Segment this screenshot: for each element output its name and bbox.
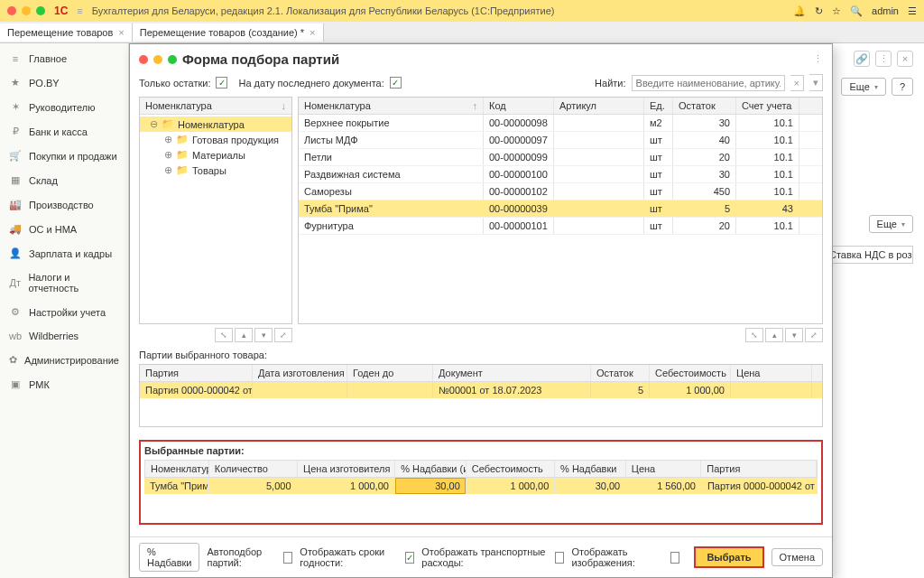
sidebar-item-7[interactable]: 🚚ОС и НМА xyxy=(0,217,128,241)
col-header[interactable]: Цена xyxy=(626,461,702,477)
expand-icon[interactable]: ⊕ xyxy=(163,149,172,161)
expand-icon[interactable]: ⊕ xyxy=(163,164,172,176)
grid-row[interactable]: Фурнитура00-00000101шт2010.1 xyxy=(299,218,822,235)
close-icon[interactable]: × xyxy=(310,27,315,38)
col-header[interactable]: Себестоимость xyxy=(650,365,731,381)
col-header[interactable]: % Надбавки xyxy=(555,461,626,477)
col-header[interactable]: Номенклатура xyxy=(145,461,209,477)
grid-row[interactable]: Тумба "Прима"00-00000039шт543 xyxy=(299,200,822,218)
modal-menu-icon[interactable]: ⋮ xyxy=(813,53,823,65)
sidebar-item-3[interactable]: ₽Банк и касса xyxy=(0,119,128,144)
col-header[interactable]: Остаток xyxy=(591,365,650,381)
col-header[interactable]: Количество xyxy=(209,461,298,477)
doc-date-checkbox[interactable] xyxy=(390,77,402,89)
sidebar-item-10[interactable]: ⚙Настройки учета xyxy=(0,300,128,324)
sidebar-item-2[interactable]: ✶Руководителю xyxy=(0,95,128,119)
expand-icon[interactable]: ⊕ xyxy=(163,134,172,145)
col-header[interactable]: Дата изготовления xyxy=(253,365,347,381)
col-header[interactable]: Себестоимость xyxy=(467,461,555,477)
sort-icon[interactable]: ↓ xyxy=(282,100,287,111)
sidebar-item-1[interactable]: ★PO.BY xyxy=(0,70,128,95)
col-header[interactable]: % Надбавки (изг.) xyxy=(395,461,467,477)
select-button[interactable]: Выбрать xyxy=(694,546,763,568)
col-header[interactable]: Номенклатура ↑ xyxy=(299,98,484,114)
more-button[interactable]: Еще xyxy=(841,78,885,96)
sidebar-item-13[interactable]: ▣РМК xyxy=(0,372,128,396)
grid-row[interactable]: Раздвижная система00-00000100шт3010.1 xyxy=(299,166,822,183)
selected-row[interactable]: Тумба "Прима"5,0001 000,0030,001 000,003… xyxy=(144,478,818,494)
trans-checkbox[interactable] xyxy=(555,552,564,564)
window-minimize[interactable] xyxy=(22,6,31,15)
col-header[interactable]: Цена изготовителя xyxy=(298,461,395,477)
nav-expand[interactable]: ⤢ xyxy=(805,328,823,342)
close-icon[interactable]: × xyxy=(118,27,124,38)
sidebar-icon: Дт xyxy=(9,277,21,288)
modal-close[interactable] xyxy=(139,55,148,64)
tree-node[interactable]: ⊕📁Материалы xyxy=(140,147,291,163)
col-header[interactable]: Документ xyxy=(433,365,591,381)
menu-icon[interactable]: ≡ xyxy=(77,5,82,16)
exp-checkbox[interactable] xyxy=(405,552,414,564)
auto-checkbox[interactable] xyxy=(283,552,292,564)
history-icon[interactable]: ↻ xyxy=(815,5,823,17)
nav-up[interactable]: ▴ xyxy=(235,328,253,342)
expand-icon[interactable]: ⊖ xyxy=(149,118,158,130)
nav-collapse[interactable]: ⤡ xyxy=(745,328,763,342)
col-header[interactable]: Цена xyxy=(731,365,812,381)
grid-row[interactable]: Листы МДФ00-00000097шт4010.1 xyxy=(299,132,822,149)
link-icon[interactable]: 🔗 xyxy=(854,51,870,67)
more-icon[interactable]: ⋮ xyxy=(875,51,892,67)
selected-grid: НоменклатураКоличествоЦена изготовителя%… xyxy=(144,460,818,523)
star-icon[interactable]: ☆ xyxy=(832,5,841,17)
tab-0[interactable]: Перемещение товаров× xyxy=(0,23,133,42)
window-close[interactable] xyxy=(7,6,16,15)
nav-expand[interactable]: ⤢ xyxy=(274,328,292,342)
tab-1[interactable]: Перемещение товаров (создание) *× xyxy=(133,23,324,42)
close-icon[interactable]: × xyxy=(897,51,913,67)
sidebar-icon: ₽ xyxy=(9,126,22,137)
sidebar-item-12[interactable]: ✿Администрирование xyxy=(0,348,128,372)
cancel-button[interactable]: Отмена xyxy=(772,548,823,566)
modal-min[interactable] xyxy=(153,55,162,64)
sidebar-item-11[interactable]: wbWildberries xyxy=(0,324,128,348)
col-header[interactable]: Код xyxy=(484,98,554,114)
window-maximize[interactable] xyxy=(36,6,45,15)
nav-down[interactable]: ▾ xyxy=(785,328,803,342)
modal-max[interactable] xyxy=(168,55,177,64)
search-dropdown[interactable]: ▾ xyxy=(809,74,823,91)
img-checkbox[interactable] xyxy=(670,552,679,564)
bell-icon[interactable]: 🔔 xyxy=(793,5,806,17)
user-label[interactable]: admin xyxy=(872,5,899,16)
grid-row[interactable]: Петли00-00000099шт2010.1 xyxy=(299,149,822,166)
sidebar-item-5[interactable]: ▦Склад xyxy=(0,168,128,192)
tree-node[interactable]: ⊕📁Товары xyxy=(140,163,291,178)
sidebar-item-4[interactable]: 🛒Покупки и продажи xyxy=(0,144,128,168)
sidebar-item-8[interactable]: 👤Зарплата и кадры xyxy=(0,241,128,266)
nav-up[interactable]: ▴ xyxy=(765,328,783,342)
col-header[interactable]: Партия xyxy=(701,461,817,477)
nav-down[interactable]: ▾ xyxy=(254,328,273,342)
markup-button[interactable]: % Надбавки xyxy=(139,543,199,572)
col-header[interactable]: Остаток xyxy=(673,98,736,114)
help-button[interactable]: ? xyxy=(892,78,913,96)
grid-row[interactable]: Саморезы00-00000102шт45010.1 xyxy=(299,183,822,200)
col-header[interactable]: Ед. xyxy=(644,98,673,114)
grid-row[interactable]: Верхнее покрытие00-00000098м23010.1 xyxy=(299,115,822,132)
search-input[interactable] xyxy=(632,75,785,91)
sidebar-item-9[interactable]: ДтНалоги и отчетность xyxy=(0,266,128,300)
col-header[interactable]: Счет учета xyxy=(736,98,799,114)
more-button-2[interactable]: Еще xyxy=(869,215,913,233)
panel-icon[interactable]: ☰ xyxy=(908,5,917,17)
tree-node[interactable]: ⊕📁Готовая продукция xyxy=(140,132,291,147)
col-header[interactable]: Артикул xyxy=(554,98,644,114)
tree-node[interactable]: ⊖📁Номенклатура xyxy=(140,117,291,132)
sidebar-item-6[interactable]: 🏭Производство xyxy=(0,192,128,217)
col-header[interactable]: Годен до xyxy=(347,365,433,381)
search-icon[interactable]: 🔍 xyxy=(850,5,863,17)
sidebar-item-0[interactable]: ≡Главное xyxy=(0,47,128,70)
col-header[interactable]: Партия xyxy=(140,365,253,381)
search-clear[interactable]: × xyxy=(790,75,804,91)
nav-collapse[interactable]: ⤡ xyxy=(215,328,233,342)
only-balance-checkbox[interactable] xyxy=(216,77,227,89)
batch-row[interactable]: Партия 0000-000042 от 18.07.2...№00001 о… xyxy=(140,382,822,398)
